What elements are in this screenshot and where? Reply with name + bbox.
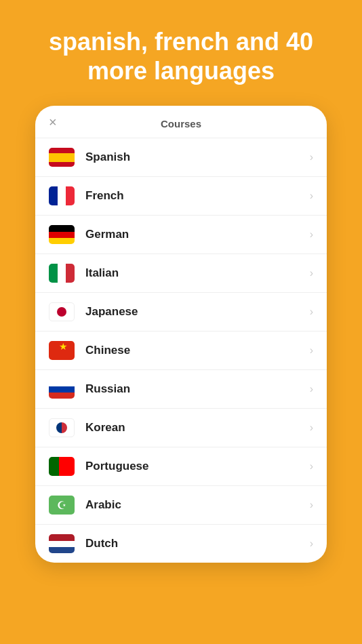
list-item[interactable]: Spanish › — [35, 138, 327, 176]
list-item[interactable]: ☪ Arabic › — [35, 485, 327, 524]
list-item[interactable]: German › — [35, 215, 327, 254]
chevron-right-icon: › — [310, 344, 313, 357]
course-name-japanese: Japanese — [85, 305, 310, 319]
list-item[interactable]: Dutch › — [35, 524, 327, 563]
list-item[interactable]: Korean › — [35, 408, 327, 447]
list-item[interactable]: ★ Chinese › — [35, 331, 327, 369]
flag-portuguese — [49, 457, 75, 476]
chevron-right-icon: › — [310, 151, 313, 163]
flag-korean — [49, 418, 75, 437]
chevron-right-icon: › — [310, 306, 313, 318]
chevron-right-icon: › — [310, 267, 313, 279]
course-name-portuguese: Portuguese — [85, 460, 310, 473]
chevron-right-icon: › — [310, 499, 313, 511]
chevron-right-icon: › — [310, 190, 313, 202]
list-item[interactable]: French › — [35, 176, 327, 215]
list-item[interactable]: Japanese › — [35, 292, 327, 331]
flag-italian — [49, 264, 75, 283]
flag-german — [49, 225, 75, 244]
chevron-right-icon: › — [310, 383, 313, 395]
course-name-arabic: Arabic — [85, 498, 310, 512]
chevron-right-icon: › — [310, 538, 313, 550]
course-name-chinese: Chinese — [85, 344, 310, 357]
flag-arabic: ☪ — [49, 496, 75, 515]
list-item[interactable]: Portuguese › — [35, 447, 327, 485]
flag-russian — [49, 380, 75, 399]
course-name-french: French — [85, 189, 310, 203]
course-name-dutch: Dutch — [85, 537, 310, 550]
course-name-spanish: Spanish — [85, 150, 310, 164]
flag-chinese: ★ — [49, 341, 75, 360]
chevron-right-icon: › — [310, 460, 313, 472]
flag-japanese — [49, 302, 75, 321]
course-list: Spanish › French › German › — [35, 138, 327, 563]
flag-dutch — [49, 534, 75, 553]
flag-french — [49, 186, 75, 205]
chevron-right-icon: › — [310, 422, 313, 434]
list-item[interactable]: Russian › — [35, 369, 327, 408]
courses-card: × Courses Spanish › French › — [35, 106, 327, 563]
course-name-german: German — [85, 228, 310, 241]
chevron-right-icon: › — [310, 228, 313, 241]
course-name-italian: Italian — [85, 266, 310, 280]
list-item[interactable]: Italian › — [35, 254, 327, 292]
course-name-russian: Russian — [85, 382, 310, 396]
course-name-korean: Korean — [85, 421, 310, 435]
close-button[interactable]: × — [49, 115, 57, 129]
page-title: spanish, french and 40 more languages — [0, 0, 362, 106]
card-title: Courses — [161, 118, 201, 129]
card-header: × Courses — [35, 106, 327, 138]
flag-spanish — [49, 148, 75, 167]
